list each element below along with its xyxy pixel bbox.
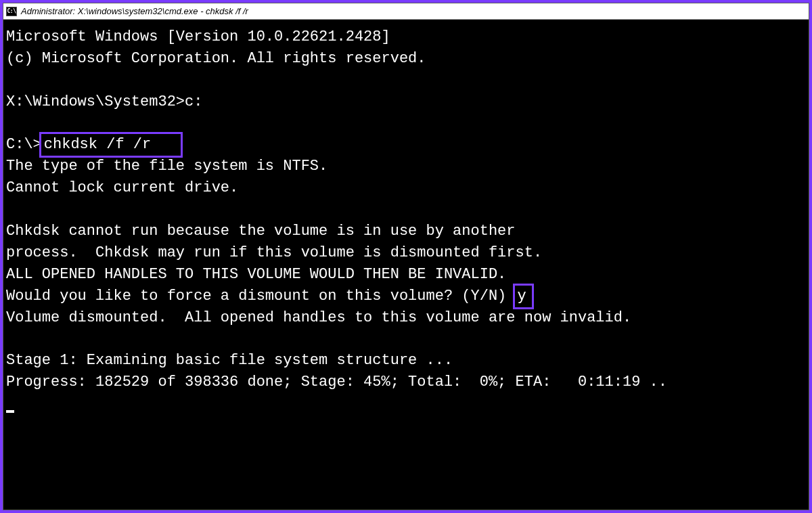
fs-type-line: The type of the file system is NTFS. bbox=[6, 156, 806, 177]
dismounted-line: Volume dismounted. All opened handles to… bbox=[6, 307, 806, 329]
cmd-window: C:\ Administrator: X:\windows\system32\c… bbox=[3, 3, 809, 510]
inuse-line-2: process. Chkdsk may run if this volume i… bbox=[6, 242, 806, 264]
copyright-line: (c) Microsoft Corporation. All rights re… bbox=[6, 48, 806, 70]
inuse-line-1: Chkdsk cannot run because the volume is … bbox=[6, 221, 806, 242]
highlighted-answer: y bbox=[513, 284, 534, 309]
cmd-icon: C:\ bbox=[6, 7, 17, 16]
inuse-line-3: ALL OPENED HANDLES TO THIS VOLUME WOULD … bbox=[6, 264, 806, 286]
cmd-1: c: bbox=[185, 93, 202, 110]
progress-line: Progress: 182529 of 398336 done; Stage: … bbox=[6, 372, 806, 393]
window-title: Administrator: X:\windows\system32\cmd.e… bbox=[21, 6, 248, 16]
force-dismount-prompt: Would you like to force a dismount on th… bbox=[6, 288, 516, 305]
answer-y: y bbox=[518, 288, 526, 305]
cmd-2: chkdsk /f /r bbox=[44, 136, 151, 153]
prompt-1: X:\Windows\System32> bbox=[6, 93, 185, 110]
stage1-line: Stage 1: Examining basic file system str… bbox=[6, 350, 806, 372]
lock-err-line: Cannot lock current drive. bbox=[6, 177, 806, 199]
highlighted-command: chkdsk /f /r bbox=[39, 132, 183, 158]
cursor bbox=[6, 410, 14, 413]
windows-version-line: Microsoft Windows [Version 10.0.22621.24… bbox=[6, 26, 806, 48]
prompt-2: C:\> bbox=[6, 136, 42, 153]
title-bar[interactable]: C:\ Administrator: X:\windows\system32\c… bbox=[3, 3, 809, 20]
terminal-output[interactable]: Microsoft Windows [Version 10.0.22621.24… bbox=[3, 20, 809, 510]
